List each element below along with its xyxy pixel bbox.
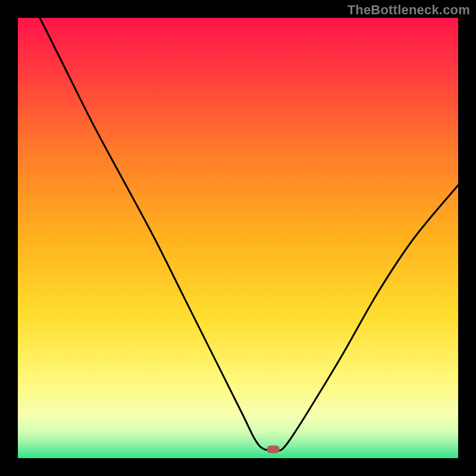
plot-background [18,18,458,458]
watermark-label: TheBottleneck.com [347,2,470,18]
optimal-point-marker [267,446,279,453]
bottleneck-chart [18,18,458,458]
chart-frame: TheBottleneck.com [0,0,476,476]
